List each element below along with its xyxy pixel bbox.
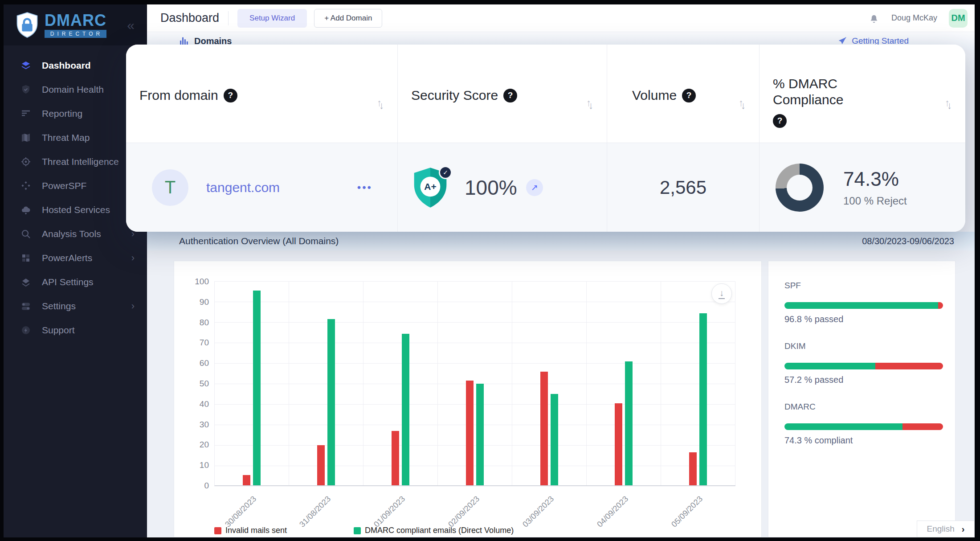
sidebar-item-hosted-services[interactable]: Hosted Services — [4, 198, 147, 222]
dmarc-shield-lock-icon — [15, 12, 39, 38]
domain-link[interactable]: tangent.com — [206, 180, 280, 195]
row-menu-dots-icon[interactable]: ••• — [357, 181, 372, 194]
x-axis-label: 03/09/2023 — [521, 494, 556, 529]
sidebar-item-label: Threat Intelligence — [42, 156, 119, 167]
bar-invalid — [317, 445, 325, 485]
sidebar-item-support[interactable]: Support — [4, 318, 147, 342]
col-header-from-domain: From domain ? ↑↓ — [126, 45, 398, 143]
bar-compliant — [402, 334, 409, 485]
logo-area: DMARC DIRECTOR « — [4, 4, 147, 45]
download-chart-button[interactable]: ↓ — [711, 283, 732, 304]
sidebar-item-label: Settings — [42, 301, 76, 311]
x-axis-label: 02/09/2023 — [446, 494, 482, 529]
sidebar-item-analysis-tools[interactable]: Analysis Tools › — [4, 222, 147, 246]
y-axis-tick: 50 — [200, 379, 209, 389]
col-header-label: Volume — [632, 87, 677, 103]
sidebar-item-label: Hosted Services — [42, 205, 110, 215]
user-avatar[interactable]: DM — [949, 9, 968, 28]
layers-icon — [20, 60, 31, 71]
language-selector[interactable]: English › — [917, 521, 975, 537]
bar-invalid — [466, 381, 474, 485]
bar-invalid — [615, 403, 622, 485]
help-icon[interactable]: ? — [773, 114, 787, 128]
legend-item[interactable]: DMARC compliant emails (Direct Volume) — [354, 526, 514, 535]
auth-overview-title: Authentication Overview (All Domains) — [179, 236, 339, 246]
search-icon — [20, 229, 31, 239]
verified-check-icon: ✓ — [439, 166, 452, 179]
col-header-label: Security Score — [411, 87, 498, 103]
sidebar-item-label: Threat Map — [42, 132, 90, 143]
bar-invalid — [689, 452, 697, 485]
y-axis-tick: 10 — [200, 460, 209, 470]
sort-toggle[interactable]: ↑↓ — [945, 97, 952, 109]
sort-toggle[interactable]: ↑↓ — [739, 97, 746, 109]
bar-compliant — [253, 291, 261, 485]
grade-label: A+ — [424, 181, 436, 192]
sidebar-item-threat-intelligence[interactable]: Threat Intelligence — [4, 150, 147, 174]
sidebar-item-poweralerts[interactable]: PowerAlerts › — [4, 246, 147, 270]
sidebar-item-label: Support — [42, 325, 75, 336]
chart-group — [289, 282, 363, 485]
notifications-bell-icon[interactable] — [868, 12, 880, 24]
auth-fail-segment — [875, 363, 943, 369]
legend-swatch — [214, 527, 221, 534]
date-range: 08/30/2023-09/06/2023 — [862, 236, 954, 246]
help-icon[interactable]: ? — [682, 89, 696, 102]
sidebar-collapse-icon[interactable]: « — [127, 18, 135, 33]
y-axis-tick: 70 — [200, 338, 209, 348]
sidebar-item-domain-health[interactable]: Domain Health — [4, 78, 147, 102]
setup-wizard-button[interactable]: Setup Wizard — [237, 9, 307, 28]
compliance-policy: 100 % Reject — [843, 195, 907, 207]
chevron-right-icon: › — [131, 252, 135, 264]
plot-area — [214, 281, 735, 486]
x-axis-label: 31/08/2023 — [298, 494, 333, 529]
domain-summary-card: From domain ? ↑↓ Security Score ? ↑↓ Vol… — [126, 45, 965, 232]
auth-fail-segment — [938, 302, 943, 309]
bar-compliant — [699, 313, 707, 485]
topbar-divider — [228, 11, 229, 25]
auth-block-dkim: DKIM57.2 % passed — [784, 341, 941, 385]
sidebar-item-dashboard[interactable]: Dashboard — [4, 53, 147, 78]
auth-progress-bar — [784, 423, 943, 430]
security-score-value: 100% — [465, 176, 517, 200]
add-domain-button[interactable]: + Add Domain — [314, 9, 382, 28]
sidebar-item-reporting[interactable]: Reporting — [4, 102, 147, 126]
sidebar: DMARC DIRECTOR « Dashboard Domain Health… — [4, 4, 147, 537]
sidebar-item-api-settings[interactable]: API Settings — [4, 270, 147, 294]
x-axis-label: 01/09/2023 — [372, 494, 407, 529]
col-header-security-score: Security Score ? ↑↓ — [398, 45, 607, 143]
volume-value: 2,565 — [660, 177, 706, 198]
chart-group — [215, 282, 289, 485]
sort-toggle[interactable]: ↑↓ — [377, 97, 384, 109]
sidebar-item-label: Analysis Tools — [42, 229, 101, 239]
col-header-dmarc-compliance: % DMARC Compliance ? ↑↓ — [760, 45, 965, 143]
auth-progress-bar — [784, 363, 943, 369]
y-axis-tick: 30 — [200, 420, 209, 430]
sort-down-icon: ↓ — [588, 100, 593, 111]
legend-label: Invalid mails sent — [225, 526, 287, 535]
y-axis-tick: 80 — [200, 318, 209, 328]
auth-label: DMARC — [784, 402, 941, 412]
sidebar-item-label: Domain Health — [42, 84, 104, 95]
auth-results-panel: SPF96.8 % passedDKIM57.2 % passedDMARC74… — [768, 261, 956, 537]
diamond-cluster-icon — [20, 180, 31, 191]
col-header-label: % DMARC Compliance — [773, 76, 907, 108]
help-icon[interactable]: ? — [503, 89, 517, 102]
chart-group — [363, 282, 438, 485]
sort-toggle[interactable]: ↑↓ — [586, 97, 593, 109]
map-icon — [20, 132, 31, 143]
legend-item[interactable]: Invalid mails sent — [214, 526, 287, 535]
open-score-link-icon[interactable]: ↗ — [526, 179, 543, 196]
help-icon[interactable]: ? — [224, 89, 237, 102]
sidebar-item-threat-map[interactable]: Threat Map — [4, 126, 147, 150]
sort-down-icon: ↓ — [741, 100, 746, 111]
sidebar-item-powerspf[interactable]: PowerSPF — [4, 174, 147, 198]
sidebar-item-label: PowerSPF — [42, 180, 86, 191]
sidebar-item-settings[interactable]: Settings › — [4, 294, 147, 318]
x-axis-label: 04/09/2023 — [596, 494, 631, 529]
user-name[interactable]: Doug McKay — [891, 13, 937, 23]
auth-overview-header: Authentication Overview (All Domains) 08… — [147, 232, 975, 250]
chart-legend: Invalid mails sentDMARC compliant emails… — [214, 526, 514, 535]
bar-compliant — [327, 319, 335, 485]
cloud-icon — [20, 205, 31, 215]
